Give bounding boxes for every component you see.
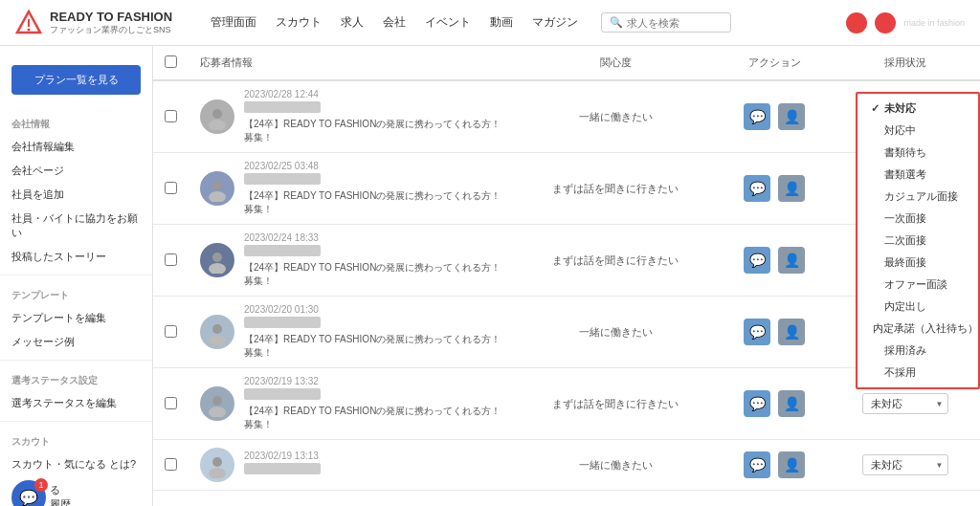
made-in-fashion-label: made in fashion [903,18,965,28]
status-select-wrapper: 未対応対応中書類待ち書類選考 カジュアル面接一次面接二次面接最終面接 オファー面… [862,393,948,414]
col-header-applicant: 応募者情報 [189,46,514,80]
applicant-name-blurred [244,463,321,474]
sidebar-item-ask-cooperation[interactable]: 社員・バイトに協力をお願い [0,207,152,245]
dropdown-item-3[interactable]: 書類選考 [858,164,978,186]
action-cell: 💬 👤 [717,80,832,153]
nav-kaisha[interactable]: 会社 [383,14,406,31]
applicant-date: 2023/02/20 01:30 [244,304,502,315]
chat-area[interactable]: 💬 1 る 履歴 [0,476,152,506]
nav-douga[interactable]: 動画 [490,14,513,31]
sidebar-item-message-examples[interactable]: メッセージ例 [0,330,152,354]
applicant-date: 2023/02/19 13:13 [244,451,502,461]
applicant-name-blurred [244,173,321,185]
chat-icon: 💬 1 [11,480,46,506]
applicant-job: 【24卒】READY TO FASHIONの発展に携わってくれる方！募集！ [244,261,502,288]
profile-action-button[interactable]: 👤 [778,175,805,202]
select-all-checkbox[interactable] [165,55,177,68]
avatar [200,171,234,206]
applicants-table: 応募者情報 関心度 アクション 採用状況 ✓未対応 対応中 書類待ち 書類選考 … [153,46,980,491]
row-checkbox-2[interactable] [165,253,177,266]
nav-scout[interactable]: スカウト [276,14,322,31]
svg-point-8 [209,263,226,274]
nav-kyujin[interactable]: 求人 [341,14,364,31]
sidebar-item-edit-template[interactable]: テンプレートを編集 [0,306,152,330]
profile-action-button[interactable]: 👤 [778,451,805,478]
dropdown-item-11[interactable]: 採用済み [858,340,978,362]
applicant-date: 2023/02/24 18:33 [244,232,502,243]
layout: プラン一覧を見る 会社情報 会社情報編集 会社ページ 社員を追加 社員・バイトに… [0,46,980,506]
applicant-name-blurred [244,317,321,328]
logo-area: READY TO FASHION ファッション業界のしごとSNS [15,10,188,36]
interest-cell: 一緒に働きたい [514,297,717,368]
nav-magajin[interactable]: マガジン [532,14,578,31]
profile-action-button[interactable]: 👤 [778,390,805,417]
dropdown-item-5[interactable]: 一次面接 [858,208,978,230]
action-cell: 💬 👤 [717,368,832,440]
chat-action-button[interactable]: 💬 [744,451,770,478]
plan-list-button[interactable]: プラン一覧を見る [11,65,141,95]
sidebar-item-posted-stories[interactable]: 投稿したストーリー [0,245,152,269]
svg-point-2 [28,28,31,31]
chat-action-button[interactable]: 💬 [744,319,770,345]
chat-action-button[interactable]: 💬 [744,390,770,417]
dropdown-item-0[interactable]: ✓未対応 [858,98,978,120]
applicant-name-blurred [244,245,321,256]
interest-cell: まずは話を聞きに行きたい [514,153,717,225]
row-checkbox-0[interactable] [165,110,177,122]
dropdown-item-9[interactable]: 内定出し [858,296,978,318]
col-header-action: アクション [717,46,832,80]
row-checkbox-3[interactable] [165,325,177,338]
action-cell: 💬 👤 [717,440,832,491]
row-checkbox-4[interactable] [165,397,177,409]
svg-point-7 [212,253,222,262]
avatar [200,99,234,134]
chat-action-button[interactable]: 💬 [744,103,770,130]
sidebar-item-company-page[interactable]: 会社ページ [0,159,152,183]
profile-action-button[interactable]: 👤 [778,247,805,274]
sidebar-item-scout-info[interactable]: スカウト・気になる とは? [0,452,152,476]
nav-event[interactable]: イベント [425,14,471,31]
notification-dot-1[interactable] [846,12,867,33]
svg-point-3 [212,109,222,119]
notification-dot-2[interactable] [875,12,896,33]
search-box[interactable]: 🔍 [601,12,731,33]
row-checkbox-5[interactable] [165,458,177,471]
applicant-date: 2023/02/28 12:44 [244,89,502,99]
chat-action-button[interactable]: 💬 [744,247,770,274]
applicant-date: 2023/02/25 03:48 [244,161,502,171]
dropdown-item-4[interactable]: カジュアル面接 [858,186,978,208]
dropdown-item-10[interactable]: 内定承諾（入社待ち） [858,318,978,340]
applicant-cell: 2023/02/19 13:32 【24卒】READY TO FASHIONの発… [189,368,514,440]
sidebar-item-company-edit[interactable]: 会社情報編集 [0,135,152,159]
avatar [200,315,234,349]
row-checkbox-1[interactable] [165,182,177,194]
nav-kanri[interactable]: 管理面面 [211,14,256,31]
dropdown-item-1[interactable]: 対応中 [858,120,978,142]
sidebar-item-scout-link1[interactable]: る [50,483,71,497]
dropdown-item-2[interactable]: 書類待ち [858,142,978,164]
applicant-name-blurred [244,101,321,113]
table-row: 2023/02/19 13:13 一緒に働きたい 💬 👤 未対応対応中書類待ち書… [153,440,980,491]
profile-action-button[interactable]: 👤 [778,103,805,130]
col-header-status: 採用状況 ✓未対応 対応中 書類待ち 書類選考 カジュアル面接 一次面接 二次面… [832,46,980,80]
interest-cell: 一緒に働きたい [514,440,717,491]
dropdown-item-12[interactable]: 不採用 [858,362,978,384]
svg-point-5 [212,181,222,190]
dropdown-item-8[interactable]: オファー面談 [858,274,978,296]
sidebar-item-edit-screening[interactable]: 選考ステータスを編集 [0,391,152,415]
search-input[interactable] [627,17,723,29]
interest-cell: まずは話を聞きに行きたい [514,368,717,440]
search-icon: 🔍 [610,16,623,29]
status-select[interactable]: 未対応対応中書類待ち書類選考 カジュアル面接一次面接二次面接最終面接 オファー面… [862,393,948,414]
dropdown-item-6[interactable]: 二次面接 [858,230,978,252]
chat-action-button[interactable]: 💬 [744,175,770,202]
action-cell: 💬 👤 [717,225,832,297]
applicant-cell: 2023/02/24 18:33 【24卒】READY TO FASHIONの発… [189,225,514,297]
dropdown-item-7[interactable]: 最終面接 [858,252,978,274]
status-select[interactable]: 未対応対応中書類待ち書類選考 カジュアル面接一次面接二次面接最終面接 オファー面… [862,454,948,475]
action-cell: 💬 👤 [717,297,832,368]
sidebar-item-add-employee[interactable]: 社員を追加 [0,183,152,207]
sidebar-item-scout-history[interactable]: 履歴 [50,497,71,506]
profile-action-button[interactable]: 👤 [778,319,805,345]
avatar [200,448,234,482]
